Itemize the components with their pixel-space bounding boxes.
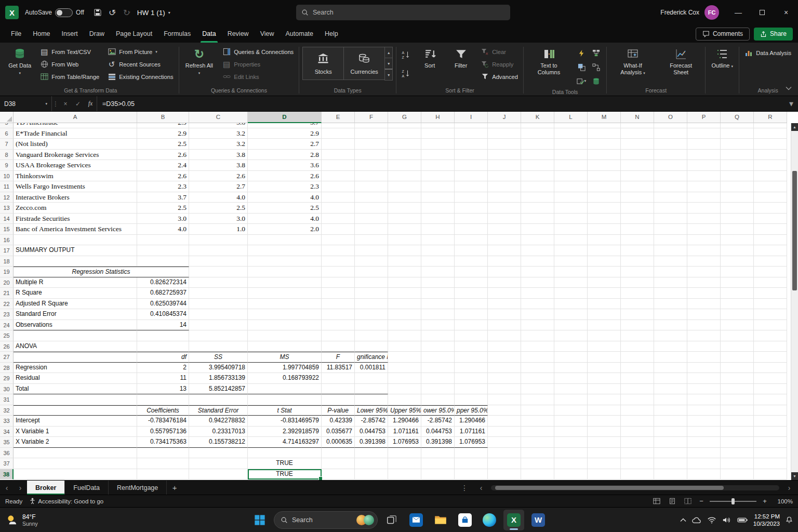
sheet-tab-rentmortgage[interactable]: RentMortgage [109, 481, 167, 495]
tab-automate[interactable]: Automate [280, 25, 320, 43]
cell-N31[interactable] [621, 394, 654, 405]
cell-K34[interactable] [521, 427, 554, 437]
cell-I34[interactable]: 1.071161 [455, 427, 488, 437]
cell-H36[interactable] [421, 448, 455, 459]
collapse-ribbon-button[interactable] [786, 83, 792, 92]
cell-F16[interactable] [355, 235, 388, 246]
cell-F38[interactable] [355, 469, 388, 480]
cell-Q16[interactable] [721, 235, 754, 246]
cell-J10[interactable] [488, 171, 521, 182]
formula-bar-handle[interactable]: ⋮ [52, 100, 59, 108]
cell-Q6[interactable] [721, 128, 754, 139]
cell-E29[interactable] [322, 373, 355, 384]
row-header-8[interactable]: 8 [0, 150, 14, 161]
tab-draw[interactable]: Draw [84, 25, 110, 43]
column-header-R[interactable]: R [754, 112, 787, 123]
cell-M35[interactable] [588, 437, 621, 448]
cell-H19[interactable] [421, 267, 455, 277]
sort-desc-button[interactable]: ZA [400, 67, 412, 79]
cell-J8[interactable] [488, 150, 521, 161]
volume-icon[interactable] [722, 516, 732, 524]
cell-M30[interactable] [588, 384, 621, 395]
cell-N18[interactable] [621, 256, 654, 267]
cell-F35[interactable]: 0.391398 [355, 437, 388, 448]
cell-M28[interactable] [588, 363, 621, 374]
cell-E5[interactable] [322, 123, 355, 128]
cell-Q23[interactable] [721, 309, 754, 320]
cell-R11[interactable] [754, 181, 787, 192]
taskbar-app-task-view[interactable] [381, 510, 402, 530]
cell-P16[interactable] [687, 235, 721, 246]
cell-H5[interactable] [421, 123, 455, 128]
cell-O5[interactable] [654, 123, 687, 128]
cell-J15[interactable] [488, 224, 521, 235]
cell-N38[interactable] [621, 469, 654, 480]
row-header-17[interactable]: 17 [0, 245, 14, 256]
cell-A9[interactable]: USAA Brokerage Services [14, 160, 137, 171]
cell-L11[interactable] [554, 181, 588, 192]
cell-M14[interactable] [588, 214, 621, 224]
cell-I16[interactable] [455, 235, 488, 246]
cell-D33[interactable]: -0.831469579 [248, 416, 322, 427]
battery-icon[interactable] [737, 517, 748, 523]
cell-J19[interactable] [488, 267, 521, 277]
cell-F36[interactable] [355, 448, 388, 459]
cell-F34[interactable]: 0.044753 [355, 427, 388, 437]
cell-D11[interactable]: 2.3 [248, 181, 322, 192]
cell-P33[interactable] [687, 416, 721, 427]
cell-L12[interactable] [554, 192, 588, 203]
vertical-scrollbar-thumb[interactable] [792, 171, 797, 290]
cell-D15[interactable]: 2.0 [248, 224, 322, 235]
cell-E9[interactable] [322, 160, 355, 171]
row-header-36[interactable]: 36 [0, 448, 14, 459]
cell-J12[interactable] [488, 192, 521, 203]
cell-D34[interactable]: 2.392918579 [248, 427, 322, 437]
cell-I35[interactable]: 1.076953 [455, 437, 488, 448]
cell-J31[interactable] [488, 394, 521, 405]
cell-M25[interactable] [588, 330, 621, 341]
cell-G5[interactable] [388, 123, 421, 128]
cell-H29[interactable] [421, 373, 455, 384]
cell-K24[interactable] [521, 320, 554, 331]
cell-O15[interactable] [654, 224, 687, 235]
cell-G9[interactable] [388, 160, 421, 171]
row-header-14[interactable]: 14 [0, 214, 14, 224]
cell-N23[interactable] [621, 309, 654, 320]
cell-L37[interactable] [554, 458, 588, 469]
cell-A27[interactable] [14, 352, 137, 363]
tab-insert[interactable]: Insert [56, 25, 84, 43]
cell-C26[interactable] [189, 341, 248, 352]
cell-G34[interactable]: 1.071161 [388, 427, 421, 437]
remove-duplicates-button[interactable] [575, 61, 588, 73]
cell-F9[interactable] [355, 160, 388, 171]
cell-C23[interactable] [189, 309, 248, 320]
gallery-down-button[interactable]: ▼ [384, 58, 393, 69]
cell-O14[interactable] [654, 214, 687, 224]
cell-D19[interactable] [248, 267, 322, 277]
cell-P34[interactable] [687, 427, 721, 437]
cell-Q34[interactable] [721, 427, 754, 437]
cell-E25[interactable] [322, 330, 355, 341]
cell-K5[interactable] [521, 123, 554, 128]
cell-B31[interactable] [137, 394, 189, 405]
cell-D9[interactable]: 3.6 [248, 160, 322, 171]
cell-M7[interactable] [588, 139, 621, 150]
cell-K13[interactable] [521, 203, 554, 214]
cell-P15[interactable] [687, 224, 721, 235]
cell-F37[interactable] [355, 458, 388, 469]
cell-I32[interactable]: pper 95.0% [455, 405, 488, 416]
cell-E35[interactable]: 0.000635 [322, 437, 355, 448]
cell-G24[interactable] [388, 320, 421, 331]
cell-H8[interactable] [421, 150, 455, 161]
cell-H34[interactable]: 0.044753 [421, 427, 455, 437]
cell-F21[interactable] [355, 288, 388, 299]
cell-C8[interactable]: 3.8 [189, 150, 248, 161]
cell-M18[interactable] [588, 256, 621, 267]
cell-A34[interactable]: X Variable 1 [14, 427, 137, 437]
sort-asc-button[interactable]: AZ [400, 48, 412, 61]
column-header-I[interactable]: I [455, 112, 488, 123]
autosave-toggle[interactable] [55, 8, 73, 17]
avatar[interactable]: FC [704, 5, 719, 20]
from-picture-button[interactable]: From Picture▾ [105, 46, 175, 57]
cell-R24[interactable] [754, 320, 787, 331]
